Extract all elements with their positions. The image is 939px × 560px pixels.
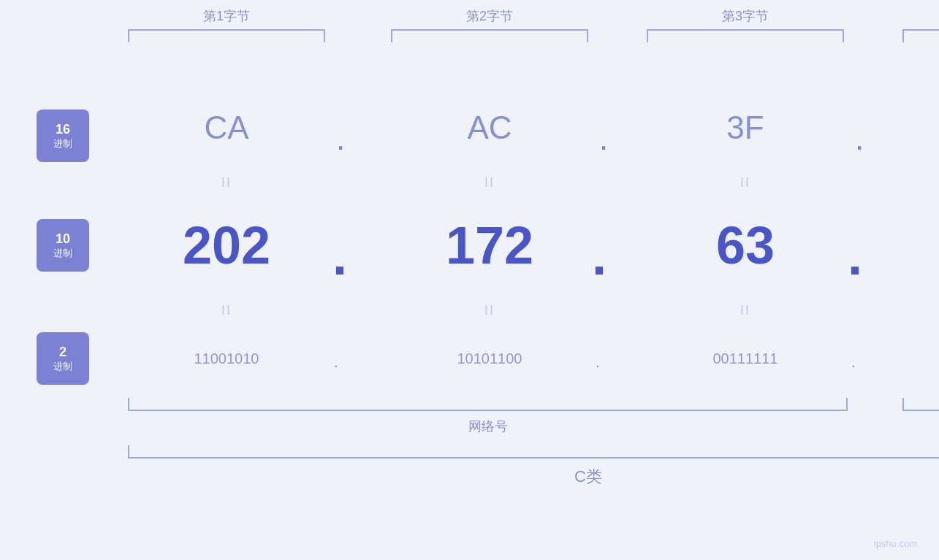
dec-val-2: 172	[391, 215, 588, 275]
dec-label: 10 进制	[37, 219, 89, 272]
hex-dot-1: .	[336, 120, 345, 157]
dec-dot-2: .	[592, 226, 607, 286]
bracket-top-4	[902, 29, 939, 42]
dec-val-1: 202	[128, 215, 325, 275]
dec-dot-1: .	[332, 226, 347, 286]
bracket-top-1	[128, 29, 325, 42]
bin-val-3: 00111111	[647, 350, 844, 367]
eq-dec-bin-3: II	[647, 303, 844, 318]
col1-header: 第1字节	[128, 7, 325, 25]
bin-val-4: ********	[902, 350, 939, 367]
bracket-top-2	[391, 29, 588, 42]
host-label: 主机号	[902, 418, 939, 435]
main-layout: 16 进制 10 进制 2 进制 第1字节 第2字节 第3字节 第4字节 CA	[0, 0, 939, 560]
hex-dot-2: .	[599, 120, 608, 157]
network-label: 网络号	[128, 418, 848, 435]
bin-val-2: 10101100	[391, 350, 588, 367]
hex-val-1: CA	[128, 110, 325, 146]
col4-header: 第4字节	[902, 7, 939, 25]
eq-dec-bin-4: II	[902, 303, 939, 318]
col3-header: 第3字节	[647, 7, 844, 25]
hex-val-4: **	[902, 110, 939, 146]
class-label: C类	[128, 466, 939, 488]
eq-dec-bin-1: II	[128, 303, 325, 318]
watermark: ipshu.com	[874, 538, 917, 549]
eq-hex-dec-4: II	[902, 175, 939, 191]
eq-dec-bin-2: II	[391, 303, 588, 318]
col2-header: 第2字节	[391, 7, 588, 25]
bin-val-1: 11001010	[128, 350, 325, 367]
bin-dot-2: .	[596, 354, 600, 371]
dec-val-4: ***	[902, 215, 939, 275]
eq-hex-dec-1: II	[128, 175, 325, 191]
class-bracket	[128, 445, 939, 459]
dec-dot-3: .	[848, 226, 862, 286]
columns-area: 第1字节 第2字节 第3字节 第4字节 CA . AC . 3F . ** II…	[128, 0, 924, 560]
dec-val-3: 63	[647, 215, 844, 275]
bin-label: 2 进制	[37, 332, 89, 385]
bin-dot-3: .	[851, 354, 856, 371]
bin-dot-1: .	[334, 354, 338, 371]
hex-val-3: 3F	[647, 110, 844, 146]
eq-hex-dec-3: II	[647, 175, 844, 191]
bracket-top-3	[647, 29, 844, 42]
hex-label: 16 进制	[37, 110, 89, 162]
hex-val-2: AC	[391, 110, 588, 146]
eq-hex-dec-2: II	[391, 175, 588, 191]
bracket-bot-host	[902, 398, 939, 411]
hex-dot-3: .	[855, 120, 864, 157]
bracket-bot-network	[128, 398, 848, 411]
